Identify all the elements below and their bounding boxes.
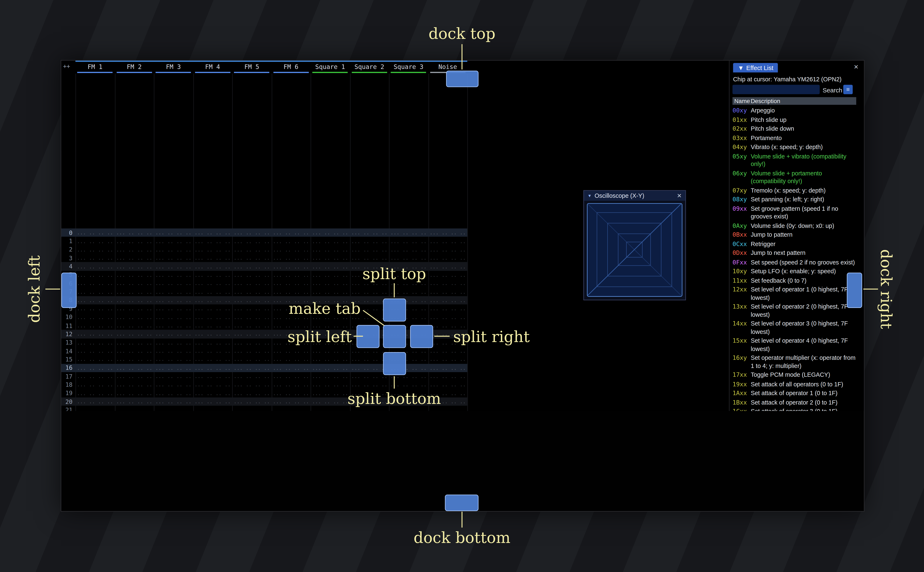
pattern-cell[interactable]: ... .. .. ..	[428, 280, 467, 286]
pattern-cell[interactable]: ... .. .. ..	[271, 230, 310, 236]
pattern-cell[interactable]: ... .. .. ..	[271, 382, 310, 388]
pattern-cell[interactable]: ... .. .. ..	[271, 356, 310, 362]
pattern-cell[interactable]: ... .. .. ..	[154, 247, 193, 253]
pattern-cell[interactable]: ... .. .. ..	[389, 238, 428, 244]
pattern-cell[interactable]: ... .. .. ..	[75, 306, 114, 312]
pattern-cell[interactable]: ... .. .. ..	[428, 407, 467, 411]
pattern-cell[interactable]: ... .. .. ..	[232, 314, 271, 320]
channel-header-fm-1[interactable]: FM 1	[75, 62, 114, 73]
close-icon[interactable]: ✕	[854, 64, 859, 71]
pattern-cell[interactable]: ... .. .. ..	[154, 255, 193, 261]
pattern-cell[interactable]: ... .. .. ..	[75, 255, 114, 261]
channel-header-fm-4[interactable]: FM 4	[193, 62, 232, 73]
effect-list-item[interactable]: 05xyVolume slide + vibrato (compatibilit…	[732, 152, 859, 169]
pattern-cell[interactable]: ... .. .. ..	[193, 323, 232, 328]
pattern-cell[interactable]: ... .. .. ..	[232, 306, 271, 312]
effect-list-item[interactable]: 06xyVolume slide + portamento (compatibi…	[732, 169, 859, 186]
effect-list-item[interactable]: 1CxxSet attack of operator 3 (0 to 1F)	[732, 407, 859, 411]
pattern-cell[interactable]: ... .. .. ..	[154, 331, 193, 337]
pattern-cell[interactable]: ... .. .. ..	[428, 323, 467, 328]
pattern-cell[interactable]: ... .. .. ..	[232, 238, 271, 244]
effect-list-item[interactable]: 00xyArpeggio	[732, 106, 859, 115]
split-left-target[interactable]	[357, 325, 380, 348]
pattern-cell[interactable]: ... .. .. ..	[310, 399, 350, 404]
pattern-row[interactable]: 2... .. .. ..... .. .. ..... .. .. .....…	[61, 246, 467, 254]
pattern-cell[interactable]: ... .. .. ..	[310, 348, 350, 354]
pattern-cell[interactable]: ... .. .. ..	[193, 382, 232, 388]
pattern-cell[interactable]: ... .. .. ..	[193, 255, 232, 261]
pattern-cell[interactable]: ... .. .. ..	[310, 238, 350, 244]
pattern-cell[interactable]: ... .. .. ..	[154, 272, 193, 278]
channel-header-square-2[interactable]: Square 2	[350, 62, 389, 73]
pattern-cell[interactable]: ... .. .. ..	[75, 230, 114, 236]
pattern-cell[interactable]: ... .. .. ..	[75, 382, 114, 388]
pattern-cell[interactable]: ... .. .. ..	[154, 407, 193, 411]
pattern-cell[interactable]: ... .. .. ..	[389, 382, 428, 388]
pattern-cell[interactable]: ... .. .. ..	[271, 272, 310, 278]
pattern-cell[interactable]: ... .. .. ..	[428, 297, 467, 303]
pattern-cell[interactable]: ... .. .. ..	[389, 407, 428, 411]
pattern-cell[interactable]: ... .. .. ..	[193, 230, 232, 236]
pattern-cell[interactable]: ... .. .. ..	[232, 247, 271, 253]
effect-list-item[interactable]: 0BxxJump to pattern	[732, 230, 859, 239]
channel-header-fm-2[interactable]: FM 2	[115, 62, 154, 73]
pattern-cell[interactable]: ... .. .. ..	[271, 348, 310, 354]
pattern-cell[interactable]: ... .. .. ..	[310, 365, 350, 371]
pattern-cell[interactable]: ... .. .. ..	[75, 399, 114, 404]
pattern-cell[interactable]: ... .. .. ..	[428, 314, 467, 320]
effect-list-item[interactable]: 0CxxRetrigger	[732, 239, 859, 249]
pattern-cell[interactable]: ... .. .. ..	[115, 272, 154, 278]
pattern-cell[interactable]: ... .. .. ..	[232, 407, 271, 411]
pattern-row[interactable]: 9... .. .. ..... .. .. ..... .. .. .....…	[61, 305, 467, 313]
pattern-cell[interactable]: ... .. .. ..	[75, 407, 114, 411]
pattern-cell[interactable]: ... .. .. ..	[350, 382, 389, 388]
pattern-cell[interactable]: ... .. .. ..	[310, 323, 350, 328]
pattern-cell[interactable]: ... .. .. ..	[154, 280, 193, 286]
effect-list-item[interactable]: 0AxyVolume slide (0y: down; x0: up)	[732, 221, 859, 230]
dock-bottom-target[interactable]	[445, 495, 478, 511]
pattern-cell[interactable]: ... .. .. ..	[193, 263, 232, 269]
pattern-cell[interactable]: ... .. .. ..	[193, 280, 232, 286]
pattern-cell[interactable]: ... .. .. ..	[232, 373, 271, 379]
pattern-cell[interactable]: ... .. .. ..	[154, 230, 193, 236]
pattern-row[interactable]: 14... .. .. ..... .. .. ..... .. .. ....…	[61, 347, 467, 355]
pattern-cell[interactable]: ... .. .. ..	[232, 348, 271, 354]
pattern-cell[interactable]: ... .. .. ..	[115, 331, 154, 337]
pattern-cell[interactable]: ... .. .. ..	[428, 306, 467, 312]
split-top-target[interactable]	[383, 298, 406, 322]
channel-header-square-3[interactable]: Square 3	[389, 62, 428, 73]
split-bottom-target[interactable]	[383, 352, 406, 375]
pattern-cell[interactable]: ... .. .. ..	[232, 399, 271, 404]
pattern-row[interactable]: 13... .. .. ..... .. .. ..... .. .. ....…	[61, 338, 467, 347]
pattern-cell[interactable]: ... .. .. ..	[350, 255, 389, 261]
pattern-cell[interactable]: ... .. .. ..	[193, 272, 232, 278]
pattern-cell[interactable]: ... .. .. ..	[75, 339, 114, 345]
pattern-cell[interactable]: ... .. .. ..	[271, 238, 310, 244]
pattern-cell[interactable]: ... .. .. ..	[115, 230, 154, 236]
pattern-cell[interactable]: ... .. .. ..	[350, 289, 389, 295]
pattern-cell[interactable]: ... .. .. ..	[428, 365, 467, 371]
pattern-cell[interactable]: ... .. .. ..	[193, 238, 232, 244]
pattern-cell[interactable]: ... .. .. ..	[271, 323, 310, 328]
pattern-cell[interactable]: ... .. .. ..	[154, 263, 193, 269]
pattern-cell[interactable]: ... .. .. ..	[271, 263, 310, 269]
pattern-cell[interactable]: ... .. .. ..	[154, 390, 193, 396]
collapse-icon[interactable]: ▼	[587, 194, 592, 198]
pattern-cell[interactable]: ... .. .. ..	[154, 373, 193, 379]
pattern-cell[interactable]: ... .. .. ..	[75, 390, 114, 396]
effect-list-item[interactable]: 07xyTremolo (x: speed; y: depth)	[732, 186, 859, 195]
pattern-cell[interactable]: ... .. .. ..	[232, 390, 271, 396]
pattern-cell[interactable]: ... .. .. ..	[428, 348, 467, 354]
pattern-cell[interactable]: ... .. .. ..	[310, 390, 350, 396]
pattern-row[interactable]: 15... .. .. ..... .. .. ..... .. .. ....…	[61, 355, 467, 364]
pattern-cell[interactable]: ... .. .. ..	[232, 280, 271, 286]
pattern-cell[interactable]: ... .. .. ..	[271, 247, 310, 253]
pattern-row[interactable]: 0... .. .. ..... .. .. ..... .. .. .....…	[61, 228, 467, 237]
pattern-cell[interactable]: ... .. .. ..	[154, 323, 193, 328]
oscilloscope-title-bar[interactable]: ▼ Oscilloscope (X-Y) ✕	[584, 191, 685, 201]
pattern-cell[interactable]: ... .. .. ..	[75, 238, 114, 244]
pattern-cell[interactable]: ... .. .. ..	[115, 356, 154, 362]
effect-list-menu-button[interactable]: ≡	[843, 85, 853, 94]
pattern-cell[interactable]: ... .. .. ..	[271, 255, 310, 261]
collapse-icon[interactable]: ▼	[738, 64, 744, 71]
